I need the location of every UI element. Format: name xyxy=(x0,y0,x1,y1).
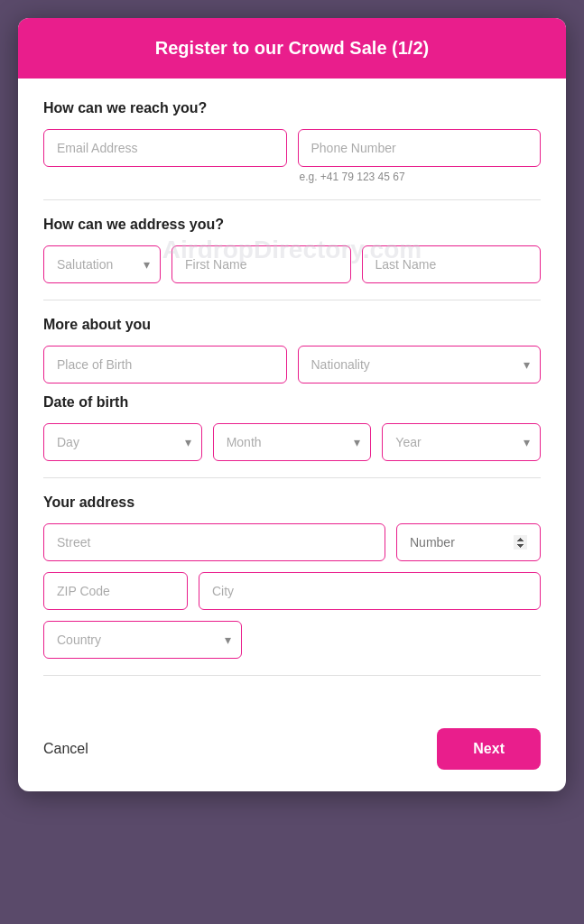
city-group xyxy=(199,572,541,610)
email-group xyxy=(43,129,287,183)
number-wrapper xyxy=(396,523,541,561)
cancel-button[interactable]: Cancel xyxy=(43,741,88,757)
city-input[interactable] xyxy=(199,572,541,610)
day-select[interactable]: Day 1234 5678 9101112 13141516 17181920 … xyxy=(43,423,202,461)
last-name-input[interactable] xyxy=(362,245,542,283)
dob-title: Date of birth xyxy=(43,394,541,411)
country-select[interactable]: Country Germany France Switzerland Unite… xyxy=(43,621,242,659)
reach-section-title: How can we reach you? xyxy=(43,100,541,116)
your-address-section: Your address C xyxy=(43,494,541,659)
zip-input[interactable] xyxy=(43,572,188,610)
divider-1 xyxy=(43,199,541,200)
salutation-select[interactable]: Salutation Mr. Mrs. Ms. Dr. xyxy=(43,245,161,283)
about-section-title: More about you xyxy=(43,317,541,333)
first-name-group xyxy=(171,245,351,283)
modal-footer: Cancel Next xyxy=(18,714,566,791)
place-of-birth-input[interactable] xyxy=(43,346,287,383)
your-address-title: Your address xyxy=(43,494,541,511)
month-wrapper: Month JanuaryFebruaryMarch AprilMayJune … xyxy=(213,423,372,461)
number-input[interactable] xyxy=(396,523,541,561)
address-you-row: Salutation Mr. Mrs. Ms. Dr. xyxy=(43,245,541,283)
divider-2 xyxy=(43,300,541,300)
dob-section: Date of birth Day 1234 5678 9101112 1314… xyxy=(43,394,541,461)
first-name-input[interactable] xyxy=(171,245,351,283)
phone-hint: e.g. +41 79 123 45 67 xyxy=(300,171,542,183)
country-row: Country Germany France Switzerland Unite… xyxy=(43,621,541,659)
place-of-birth-group xyxy=(43,346,287,383)
next-button[interactable]: Next xyxy=(437,728,541,770)
street-input[interactable] xyxy=(43,523,385,561)
salutation-wrapper: Salutation Mr. Mrs. Ms. Dr. xyxy=(43,245,161,283)
dob-row: Day 1234 5678 9101112 13141516 17181920 … xyxy=(43,423,541,461)
divider-4 xyxy=(43,675,541,676)
month-select[interactable]: Month JanuaryFebruaryMarch AprilMayJune … xyxy=(213,423,372,461)
phone-group: e.g. +41 79 123 45 67 xyxy=(298,129,542,183)
street-row xyxy=(43,523,541,561)
divider-3 xyxy=(43,477,541,478)
year-select[interactable]: Year 200520001995 199019851980 197519701… xyxy=(382,423,541,461)
modal-title: Register to our Crowd Sale (1/2) xyxy=(36,38,548,59)
email-input[interactable] xyxy=(43,129,287,167)
year-wrapper: Year 200520001995 199019851980 197519701… xyxy=(382,423,541,461)
day-wrapper: Day 1234 5678 9101112 13141516 17181920 … xyxy=(43,423,202,461)
address-you-section: How can we address you? Salutation Mr. M… xyxy=(43,217,541,283)
address-you-title: How can we address you? xyxy=(43,217,541,233)
nationality-select[interactable]: Nationality German French Swiss British … xyxy=(298,346,542,383)
country-wrapper: Country Germany France Switzerland Unite… xyxy=(43,621,242,659)
nationality-wrapper: Nationality German French Swiss British … xyxy=(298,346,542,383)
reach-section: How can we reach you? e.g. +41 79 123 45… xyxy=(43,100,541,183)
modal-header: Register to our Crowd Sale (1/2) xyxy=(18,18,566,79)
zip-group xyxy=(43,572,188,610)
about-section: More about you Nationality German French… xyxy=(43,317,541,383)
reach-row: e.g. +41 79 123 45 67 xyxy=(43,129,541,183)
modal-container: Register to our Crowd Sale (1/2) How can… xyxy=(18,18,566,791)
phone-input[interactable] xyxy=(298,129,542,167)
modal-body: How can we reach you? e.g. +41 79 123 45… xyxy=(18,79,566,714)
about-row: Nationality German French Swiss British … xyxy=(43,346,541,383)
city-row xyxy=(43,572,541,610)
last-name-group xyxy=(362,245,542,283)
street-group xyxy=(43,523,385,561)
